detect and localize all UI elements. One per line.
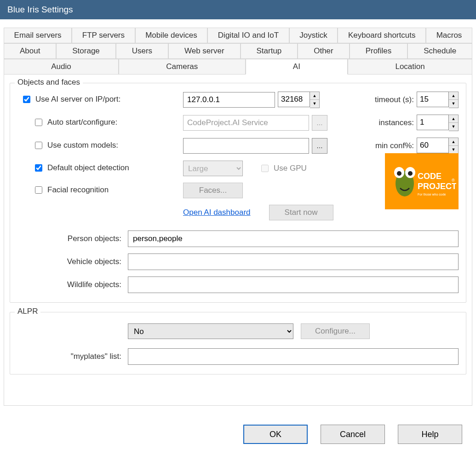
tab-users[interactable]: Users: [116, 43, 168, 59]
min-conf-spin-down-icon[interactable]: ▼: [449, 146, 458, 154]
tab-digital-io-iot[interactable]: Digital IO and IoT: [207, 28, 289, 43]
min-conf-input[interactable]: [417, 138, 449, 153]
use-ai-server-checkbox-label[interactable]: Use AI server on IP/port:: [21, 94, 120, 104]
detection-size-select: Large: [183, 161, 243, 176]
wildlife-objects-label: Wildlife objects:: [17, 280, 128, 289]
timeout-label: timeout (s):: [375, 95, 414, 104]
window-body: Email servers FTP servers Mobile devices…: [0, 19, 476, 454]
tab-email-servers[interactable]: Email servers: [4, 28, 72, 43]
vehicle-objects-input[interactable]: [128, 253, 459, 270]
svg-text:CODE: CODE: [418, 172, 442, 181]
service-browse-button: …: [312, 115, 327, 131]
auto-start-checkbox-label[interactable]: Auto start/configure:: [33, 117, 117, 127]
ai-port-input[interactable]: [278, 92, 310, 107]
timeout-input[interactable]: [417, 92, 449, 107]
person-objects-input[interactable]: [128, 230, 459, 247]
instances-spin-up-icon[interactable]: ▲: [449, 115, 458, 123]
tab-audio[interactable]: Audio: [4, 59, 119, 75]
instances-spinner[interactable]: ▲ ▼: [449, 115, 459, 131]
tab-row-1: Email servers FTP servers Mobile devices…: [4, 28, 472, 43]
tab-macros[interactable]: Macros: [426, 28, 472, 43]
use-ai-server-checkbox[interactable]: [23, 96, 30, 103]
service-name-input: [183, 115, 309, 131]
faces-button: Faces...: [183, 183, 243, 198]
default-detection-text: Default object detection: [47, 163, 129, 173]
port-spinner[interactable]: ▲ ▼: [310, 92, 320, 108]
default-detection-checkbox-label[interactable]: Default object detection: [33, 163, 129, 173]
use-gpu-text: Use GPU: [274, 164, 307, 173]
port-spin-up-icon[interactable]: ▲: [310, 92, 319, 100]
auto-start-checkbox[interactable]: [35, 119, 42, 126]
use-gpu-checkbox-label: Use GPU: [259, 163, 307, 173]
group-objects-legend: Objects and faces: [15, 78, 83, 87]
tab-about[interactable]: About: [4, 43, 56, 59]
default-detection-checkbox[interactable]: [35, 164, 42, 172]
ai-ip-input[interactable]: [183, 92, 275, 108]
port-spin-down-icon[interactable]: ▼: [310, 100, 319, 108]
tab-web-server[interactable]: Web server: [168, 43, 241, 59]
auto-start-text: Auto start/configure:: [47, 118, 117, 127]
window-title: Blue Iris Settings: [7, 5, 73, 14]
tab-ftp-servers[interactable]: FTP servers: [72, 28, 135, 43]
open-ai-dashboard-link[interactable]: Open AI dashboard: [183, 208, 251, 217]
group-alpr-legend: ALPR: [15, 307, 40, 316]
tab-panel-ai: Objects and faces Use AI server on IP/po…: [4, 75, 472, 406]
myplates-input[interactable]: [128, 348, 459, 365]
instances-spin-down-icon[interactable]: ▼: [449, 123, 458, 131]
tab-row-2: About Storage Users Web server Startup O…: [4, 43, 472, 59]
min-conf-spinner[interactable]: ▲ ▼: [449, 138, 459, 154]
custom-models-checkbox-label[interactable]: Use custom models:: [33, 140, 118, 150]
dialog-footer: OK Cancel Help: [243, 425, 462, 444]
start-now-button: Start now: [269, 205, 333, 220]
facial-recognition-checkbox[interactable]: [35, 186, 42, 194]
custom-models-browse-button[interactable]: …: [312, 138, 327, 154]
instances-label: instances:: [379, 118, 414, 127]
timeout-spin-down-icon[interactable]: ▼: [449, 100, 458, 108]
tab-cameras[interactable]: Cameras: [119, 59, 246, 75]
svg-point-3: [397, 171, 401, 176]
alpr-configure-button: Configure...: [301, 323, 370, 339]
timeout-spinner[interactable]: ▲ ▼: [449, 92, 459, 108]
codeproject-bob-icon: CODE PROJECT For those who code ®: [387, 156, 456, 207]
vehicle-objects-label: Vehicle objects:: [17, 257, 128, 266]
tab-location[interactable]: Location: [348, 59, 472, 75]
myplates-label: "myplates" list:: [17, 352, 128, 361]
group-objects-and-faces: Objects and faces Use AI server on IP/po…: [10, 83, 466, 303]
codeproject-logo: CODE PROJECT For those who code ®: [385, 153, 459, 209]
use-ai-server-text: Use AI server on IP/port:: [35, 95, 120, 104]
use-gpu-checkbox: [261, 165, 269, 172]
min-conf-label: min conf%:: [375, 141, 414, 150]
svg-point-4: [408, 171, 413, 176]
tab-row-3: Audio Cameras AI Location: [4, 59, 472, 75]
person-objects-label: Person objects:: [17, 234, 128, 243]
window-titlebar: Blue Iris Settings: [0, 0, 476, 19]
timeout-spin-up-icon[interactable]: ▲: [449, 92, 458, 100]
custom-models-checkbox[interactable]: [35, 142, 42, 149]
group-alpr: ALPR No Configure... "myplates" list:: [10, 312, 466, 374]
instances-input[interactable]: [417, 115, 449, 130]
tab-other[interactable]: Other: [298, 43, 349, 59]
svg-text:®: ®: [452, 178, 455, 183]
custom-models-path-input[interactable]: [183, 138, 309, 154]
tab-ai[interactable]: AI: [246, 59, 348, 75]
svg-text:For those who code: For those who code: [418, 193, 446, 196]
tabstrip: Email servers FTP servers Mobile devices…: [4, 28, 472, 75]
facial-recognition-text: Facial recognition: [47, 185, 109, 195]
cancel-button[interactable]: Cancel: [321, 425, 385, 444]
tab-storage[interactable]: Storage: [56, 43, 115, 59]
tab-startup[interactable]: Startup: [241, 43, 298, 59]
tab-schedule[interactable]: Schedule: [407, 43, 472, 59]
svg-text:PROJECT: PROJECT: [418, 182, 456, 191]
custom-models-text: Use custom models:: [47, 141, 118, 150]
tab-mobile-devices[interactable]: Mobile devices: [135, 28, 208, 43]
tab-profiles[interactable]: Profiles: [350, 43, 408, 59]
tab-keyboard-shortcuts[interactable]: Keyboard shortcuts: [338, 28, 426, 43]
facial-recognition-checkbox-label[interactable]: Facial recognition: [33, 185, 109, 195]
min-conf-spin-up-icon[interactable]: ▲: [449, 138, 458, 146]
tab-joystick[interactable]: Joystick: [289, 28, 338, 43]
wildlife-objects-input[interactable]: [128, 276, 459, 293]
help-button[interactable]: Help: [398, 425, 462, 444]
alpr-mode-select[interactable]: No: [128, 323, 293, 339]
ok-button[interactable]: OK: [243, 425, 308, 444]
